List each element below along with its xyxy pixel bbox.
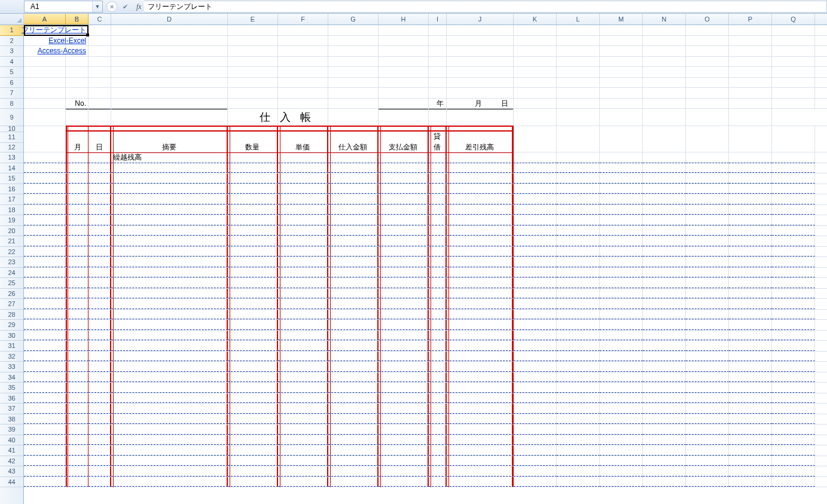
cell-E31[interactable]: [228, 341, 278, 351]
cell-O23[interactable]: [686, 257, 729, 267]
cell-B28[interactable]: [66, 310, 89, 320]
cell-B24[interactable]: [66, 268, 89, 278]
cell-I28[interactable]: [429, 310, 447, 320]
cell-D8[interactable]: [111, 99, 228, 109]
cell-A28[interactable]: [24, 310, 66, 320]
cell-M11[interactable]: [600, 132, 643, 142]
cell-M16[interactable]: [600, 184, 643, 194]
cell-E32[interactable]: [228, 352, 278, 362]
cell-D18[interactable]: [111, 205, 228, 215]
cell-L1[interactable]: [557, 25, 600, 35]
row-header-1[interactable]: 1: [0, 25, 23, 36]
cell-F27[interactable]: [278, 299, 328, 309]
cell-J7[interactable]: [447, 88, 514, 98]
cell-C35[interactable]: [89, 383, 111, 393]
cell-O24[interactable]: [686, 268, 729, 278]
cell-E17[interactable]: [228, 194, 278, 204]
row-17[interactable]: [24, 194, 827, 205]
cell-P22[interactable]: [729, 247, 772, 257]
cell-J24[interactable]: [447, 268, 514, 278]
cell-C8[interactable]: [89, 99, 111, 109]
cell-N19[interactable]: [643, 215, 686, 225]
cell-N11[interactable]: [643, 132, 686, 142]
cell-E24[interactable]: [228, 268, 278, 278]
cell-E5[interactable]: [228, 67, 278, 77]
cell-E40[interactable]: [228, 435, 278, 445]
cell-O21[interactable]: [686, 236, 729, 246]
cell-C16[interactable]: [89, 184, 111, 194]
cell-P2[interactable]: [729, 36, 772, 46]
cell-C4[interactable]: [89, 57, 111, 67]
cell-E27[interactable]: [228, 299, 278, 309]
cell-O38[interactable]: [686, 414, 729, 424]
cell-P24[interactable]: [729, 268, 772, 278]
cell-E11[interactable]: [228, 132, 278, 142]
cell-C15[interactable]: [89, 173, 111, 184]
cell-E1[interactable]: [228, 25, 278, 35]
cell-Q43[interactable]: [772, 466, 815, 476]
cell-I32[interactable]: [429, 352, 447, 362]
row-header-29[interactable]: 29: [0, 320, 23, 331]
cell-F22[interactable]: [278, 247, 328, 257]
cell-H7[interactable]: [379, 88, 429, 98]
cell-K43[interactable]: [514, 466, 557, 476]
cell-K33[interactable]: [514, 362, 557, 372]
cell-G1[interactable]: [328, 25, 379, 35]
row-header-41[interactable]: 41: [0, 445, 23, 456]
cell-I18[interactable]: [429, 205, 447, 215]
cell-O22[interactable]: [686, 247, 729, 257]
cell-M36[interactable]: [600, 393, 643, 404]
cell-D14[interactable]: [111, 163, 228, 173]
cell-P8[interactable]: [729, 99, 772, 109]
cell-A20[interactable]: [24, 226, 66, 236]
row-32[interactable]: [24, 352, 827, 362]
cell-E39[interactable]: [228, 424, 278, 435]
cell-Q20[interactable]: [772, 226, 815, 236]
cell-P12[interactable]: [729, 142, 772, 153]
row-11[interactable]: 貸: [24, 132, 827, 142]
row-8[interactable]: No.年月日: [24, 99, 827, 109]
row-header-33[interactable]: 33: [0, 362, 23, 372]
cell-K39[interactable]: [514, 424, 557, 435]
cell-D22[interactable]: [111, 247, 228, 257]
row-header-20[interactable]: 20: [0, 226, 23, 237]
cell-M31[interactable]: [600, 341, 643, 351]
row-header-31[interactable]: 31: [0, 341, 23, 352]
cell-I40[interactable]: [429, 435, 447, 445]
cell-J3[interactable]: [447, 46, 514, 56]
cell-M37[interactable]: [600, 404, 643, 414]
cell-Q21[interactable]: [772, 236, 815, 246]
cell-O16[interactable]: [686, 184, 729, 194]
cell-K19[interactable]: [514, 215, 557, 225]
cell-I35[interactable]: [429, 383, 447, 393]
cell-C29[interactable]: [89, 320, 111, 330]
cell-D32[interactable]: [111, 352, 228, 362]
cell-A35[interactable]: [24, 383, 66, 393]
cell-G37[interactable]: [328, 404, 379, 414]
cell-L19[interactable]: [557, 215, 600, 225]
cell-A5[interactable]: [24, 67, 66, 77]
cell-Q17[interactable]: [772, 194, 815, 204]
cell-I30[interactable]: [429, 331, 447, 341]
cell-P37[interactable]: [729, 404, 772, 414]
cell-B31[interactable]: [66, 341, 89, 351]
cell-P4[interactable]: [729, 57, 772, 67]
cell-L14[interactable]: [557, 163, 600, 173]
cell-K36[interactable]: [514, 393, 557, 404]
cell-E34[interactable]: [228, 372, 278, 383]
row-4[interactable]: [24, 57, 827, 68]
cell-N8[interactable]: [643, 99, 686, 109]
cell-G27[interactable]: [328, 299, 379, 309]
cell-A34[interactable]: [24, 372, 66, 383]
cell-I14[interactable]: [429, 163, 447, 173]
cell-G38[interactable]: [328, 414, 379, 424]
cell-J21[interactable]: [447, 236, 514, 246]
cell-C26[interactable]: [89, 289, 111, 299]
cell-I24[interactable]: [429, 268, 447, 278]
cell-L12[interactable]: [557, 142, 600, 153]
cell-M14[interactable]: [600, 163, 643, 173]
cell-H21[interactable]: [379, 236, 429, 246]
cell-K38[interactable]: [514, 414, 557, 424]
cell-E14[interactable]: [228, 163, 278, 173]
row-28[interactable]: [24, 310, 827, 320]
